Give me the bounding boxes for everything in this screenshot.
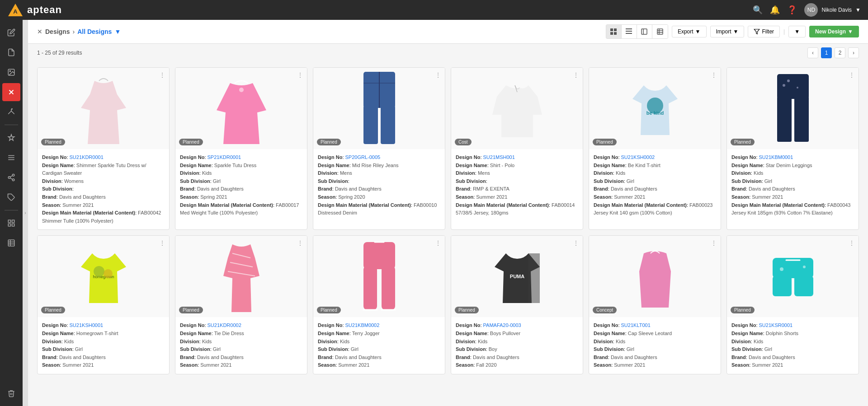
card-menu-icon[interactable]: ⋮ — [849, 239, 855, 247]
search-icon[interactable]: 🔍 — [753, 5, 763, 15]
design-card[interactable]: Concept ⋮ Design No: SU21KLT001 Design N… — [589, 235, 721, 374]
card-menu-icon[interactable]: ⋮ — [573, 71, 579, 79]
sidebar-item-sparkle[interactable] — [2, 129, 20, 147]
division-label: Division — [594, 339, 613, 344]
card-menu-icon[interactable]: ⋮ — [297, 71, 303, 79]
help-icon[interactable]: ❓ — [787, 5, 797, 15]
view-list-btn[interactable] — [622, 25, 637, 38]
design-card[interactable]: Planned ⋮ Design No: SU21KBM0001 Design … — [726, 67, 859, 230]
card-info: Design No: SU21KDR0001 Design Name: Shim… — [38, 149, 169, 229]
design-no-link[interactable]: SU21KDR0002 — [208, 322, 241, 328]
prev-page-btn[interactable]: ‹ — [807, 47, 818, 58]
design-name-label: Design Name — [180, 163, 212, 168]
filter-button[interactable]: Filter — [748, 26, 780, 37]
card-menu-icon[interactable]: ⋮ — [573, 239, 579, 247]
card-menu-icon[interactable]: ⋮ — [297, 239, 303, 247]
sidebar-item-table[interactable] — [2, 234, 20, 252]
content-header: ✕ Designs › All Designs ▼ — [28, 20, 868, 44]
status-badge: Concept — [593, 307, 617, 313]
design-no-label: Design No — [456, 322, 480, 328]
sidebar-item-document[interactable] — [2, 43, 20, 61]
sidebar-item-tag[interactable] — [2, 188, 20, 206]
user-menu[interactable]: ND Nikole Davis ▼ — [804, 3, 861, 17]
design-no-link[interactable]: SU21KBM0001 — [759, 154, 793, 160]
design-card[interactable]: Planned ⋮ Design No: SP21KDR0001 Design … — [175, 67, 307, 230]
results-bar: 1 - 25 of 29 results ‹ 1 2 › — [28, 44, 868, 62]
design-no-link[interactable]: SP20GRL-0005 — [345, 154, 381, 160]
sub-division-label: Sub Division — [731, 178, 762, 184]
division-label: Division — [456, 339, 475, 344]
design-no-link[interactable]: SU21KSR0001 — [759, 322, 793, 328]
brand-label: Brand — [594, 186, 608, 191]
breadcrumb-close[interactable]: ✕ — [37, 28, 42, 35]
filter-options-btn[interactable]: ▼ — [788, 26, 806, 37]
sidebar-item-image[interactable] — [2, 63, 20, 81]
status-badge: Cost — [455, 139, 472, 145]
sidebar-item-share[interactable] — [2, 168, 20, 187]
design-card[interactable]: Planned ⋮ Design No: SU21KSR0001 Design … — [726, 235, 859, 374]
svg-point-46 — [647, 98, 663, 114]
next-page-btn[interactable]: › — [848, 47, 859, 58]
design-name-label: Design Name — [318, 163, 349, 168]
breadcrumb-dropdown-icon[interactable]: ▼ — [114, 28, 121, 35]
export-button[interactable]: Export ▼ — [672, 26, 707, 37]
sub-division-label: Sub Division — [456, 178, 486, 184]
design-card[interactable]: Cost ⋮ Design No: SU21MSH001 Design Name… — [451, 67, 583, 230]
card-menu-icon[interactable]: ⋮ — [159, 71, 165, 79]
card-menu-icon[interactable]: ⋮ — [435, 71, 441, 79]
design-card[interactable]: Planned ⋮ Design No: SU21KBM0002 Design … — [313, 235, 445, 374]
view-table-btn[interactable] — [652, 25, 668, 38]
sidebar-item-grid[interactable] — [2, 214, 20, 232]
design-name-label: Design Name — [456, 163, 487, 168]
design-card[interactable]: PUMA Planned ⋮ Design No: PAMAFA20-0003 … — [451, 235, 583, 374]
design-no-link[interactable]: SU21KDR0001 — [70, 154, 104, 160]
design-no-label: Design No — [318, 154, 342, 160]
design-no-link[interactable]: SU21KLT001 — [621, 322, 651, 328]
material-label: Design Main Material (Material Content) — [180, 202, 273, 208]
season-value: Summer 2021 — [476, 194, 507, 200]
design-no-link[interactable]: SU21MSH001 — [483, 154, 515, 160]
view-grid-btn[interactable] — [606, 25, 622, 38]
design-no-label: Design No — [180, 154, 204, 160]
card-menu-icon[interactable]: ⋮ — [711, 71, 717, 79]
design-no-link[interactable]: SU21KSH0001 — [70, 322, 104, 328]
division-value: Kids — [478, 339, 487, 344]
design-card[interactable]: Planned ⋮ Design No: SP20GRL-0005 Design… — [313, 67, 445, 230]
sidebar-expand[interactable]: › — [23, 20, 28, 406]
card-info: Design No: SU21KBM0002 Design Name: Terr… — [313, 317, 445, 374]
page-1-btn[interactable]: 1 — [821, 47, 832, 58]
design-no-link[interactable]: SU21KBM0002 — [345, 322, 380, 328]
design-card[interactable]: be kind Planned ⋮ Design No: SU21KSH0002… — [589, 67, 721, 230]
bell-icon[interactable]: 🔔 — [770, 5, 780, 15]
card-menu-icon[interactable]: ⋮ — [435, 239, 441, 247]
card-menu-icon[interactable]: ⋮ — [711, 239, 717, 247]
design-card[interactable]: homegrown Planned ⋮ Design No: SU21KSH00… — [37, 235, 170, 374]
page-2-btn[interactable]: 2 — [835, 47, 845, 58]
filter-divider: | — [783, 28, 785, 35]
division-value: Womens — [64, 178, 84, 184]
card-menu-icon[interactable]: ⋮ — [849, 71, 855, 79]
sidebar-item-list[interactable] — [2, 149, 20, 167]
import-button[interactable]: Import ▼ — [710, 26, 745, 37]
design-card[interactable]: Planned ⋮ Design No: SU21KDR0002 Design … — [175, 235, 307, 374]
sidebar-item-close[interactable] — [2, 83, 20, 101]
svg-text:PUMA: PUMA — [509, 274, 524, 279]
brand-label: Brand — [456, 186, 470, 191]
card-image — [359, 240, 400, 313]
view-toggle — [606, 24, 668, 39]
sidebar-item-hanger[interactable] — [2, 103, 20, 121]
breadcrumb-current[interactable]: All Designs — [77, 28, 112, 35]
sidebar-item-pencil[interactable] — [2, 23, 20, 42]
sidebar-item-trash[interactable] — [2, 384, 20, 402]
design-no-link[interactable]: PAMAFA20-0003 — [483, 322, 521, 328]
design-no-link[interactable]: SU21KSH0002 — [621, 154, 655, 160]
card-image-container: Planned ⋮ — [38, 68, 169, 149]
logo[interactable]: A aptean — [7, 2, 62, 18]
card-menu-icon[interactable]: ⋮ — [159, 239, 165, 247]
design-card[interactable]: Planned ⋮ Design No: SU21KDR0001 Design … — [37, 67, 170, 230]
new-design-button[interactable]: New Design ▼ — [809, 26, 859, 37]
svg-point-10 — [12, 174, 14, 177]
design-no-link[interactable]: SP21KDR0001 — [208, 154, 241, 160]
season-value: Summer 2021 — [752, 194, 783, 200]
view-split-btn[interactable] — [637, 25, 652, 38]
